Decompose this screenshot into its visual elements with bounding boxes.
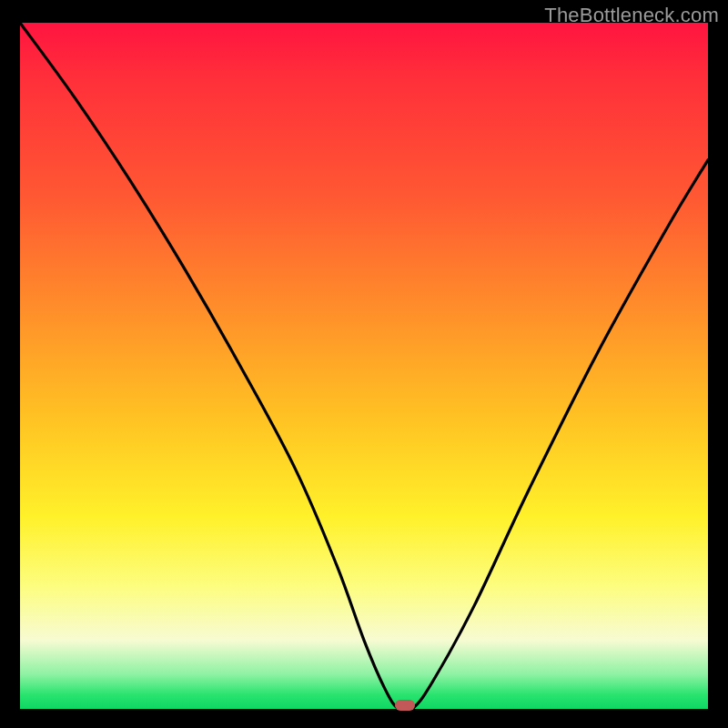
chart-frame: TheBottleneck.com (0, 0, 728, 728)
bottleneck-curve (20, 23, 708, 709)
watermark-text: TheBottleneck.com (544, 4, 719, 27)
plot-area (20, 23, 708, 709)
optimum-marker (395, 700, 415, 711)
